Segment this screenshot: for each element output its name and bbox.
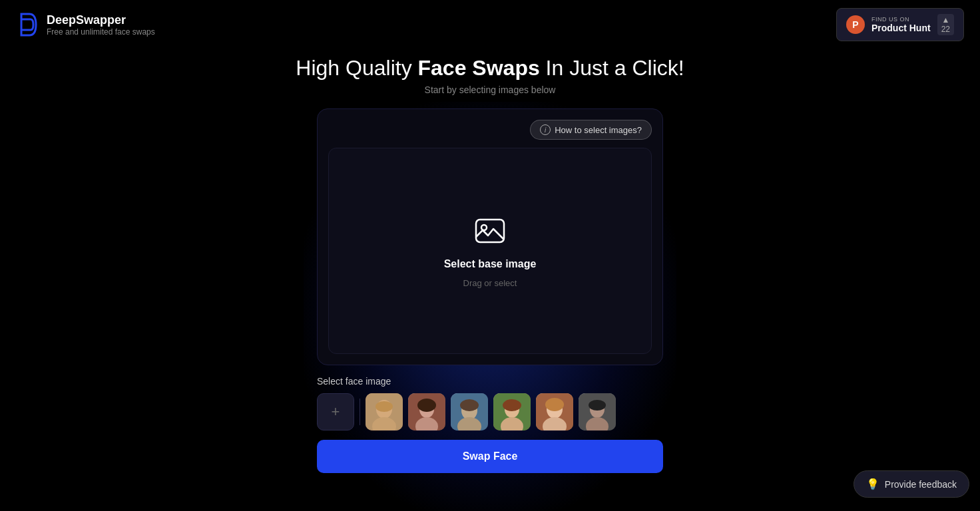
face-images-row: +	[317, 393, 663, 430]
face-section-label: Select face image	[317, 376, 663, 387]
svg-point-18	[503, 399, 521, 411]
face-thumb-3[interactable]	[451, 393, 488, 430]
face-section: Select face image +	[317, 376, 663, 430]
ph-find-label: FIND US ON	[871, 16, 931, 23]
ph-count: ▲ 22	[937, 14, 954, 35]
header: DeepSwapper Free and unlimited face swap…	[0, 0, 980, 49]
feedback-button[interactable]: 💡 Provide feedback	[854, 470, 969, 498]
logo-area: DeepSwapper Free and unlimited face swap…	[16, 10, 155, 39]
how-to-button[interactable]: i How to select images?	[530, 120, 652, 140]
image-upload-icon	[473, 214, 507, 250]
face-thumb-4[interactable]	[493, 393, 531, 430]
face-thumb-6[interactable]	[579, 393, 616, 430]
headline-bold: Face Swaps	[418, 56, 540, 80]
svg-point-2	[481, 225, 487, 230]
upload-area[interactable]: Select base image Drag or select	[328, 148, 652, 354]
logo-text: DeepSwapper Free and unlimited face swap…	[47, 13, 155, 37]
bulb-icon: 💡	[866, 478, 879, 490]
svg-point-10	[417, 399, 436, 412]
upload-title: Select base image	[444, 258, 537, 270]
headline-start: High Quality	[296, 56, 417, 80]
svg-point-26	[589, 400, 606, 411]
logo-icon	[16, 10, 40, 39]
face-thumbnails	[366, 393, 616, 430]
main-content: High Quality Face Swaps In Just a Click!…	[0, 49, 980, 473]
face-divider	[360, 399, 360, 425]
subheadline: Start by selecting images below	[425, 85, 556, 95]
svg-rect-1	[476, 220, 504, 242]
upload-subtitle: Drag or select	[463, 278, 517, 288]
svg-point-22	[545, 398, 564, 411]
svg-point-6	[375, 401, 393, 412]
ph-text: FIND US ON Product Hunt	[871, 16, 931, 33]
card-container: i How to select images? Select base imag…	[317, 108, 663, 473]
feedback-label: Provide feedback	[885, 479, 957, 490]
swap-face-label: Swap Face	[463, 450, 518, 462]
upload-card: i How to select images? Select base imag…	[317, 108, 663, 365]
app-subtitle: Free and unlimited face swaps	[47, 27, 155, 37]
add-face-icon: +	[332, 403, 340, 421]
add-face-button[interactable]: +	[317, 393, 354, 430]
ph-count-value: 22	[941, 25, 950, 34]
face-thumb-2[interactable]	[408, 393, 445, 430]
info-icon: i	[540, 124, 551, 135]
headline-end: In Just a Click!	[540, 56, 684, 80]
ph-arrow: ▲	[941, 15, 949, 25]
headline: High Quality Face Swaps In Just a Click!	[296, 56, 684, 81]
how-to-label: How to select images?	[555, 125, 642, 135]
ph-name: Product Hunt	[871, 23, 931, 33]
svg-point-14	[460, 399, 479, 411]
face-thumb-5[interactable]	[536, 393, 573, 430]
product-hunt-badge[interactable]: P FIND US ON Product Hunt ▲ 22	[836, 8, 964, 41]
ph-logo: P	[846, 15, 865, 34]
swap-face-button[interactable]: Swap Face	[317, 440, 663, 473]
app-name: DeepSwapper	[47, 13, 155, 27]
face-thumb-1[interactable]	[366, 393, 403, 430]
